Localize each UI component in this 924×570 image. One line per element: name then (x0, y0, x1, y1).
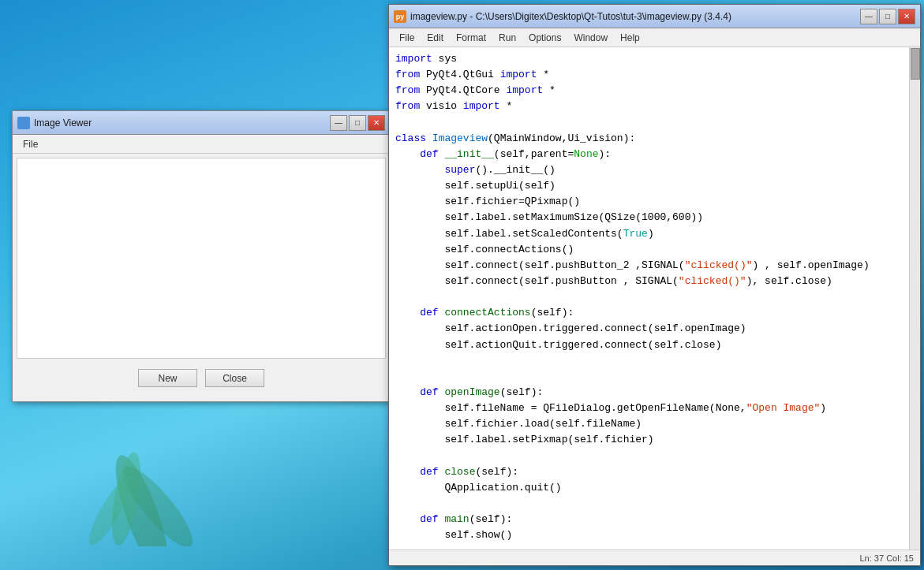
new-button[interactable]: New (138, 369, 197, 387)
menu-file[interactable]: File (17, 137, 44, 151)
minimize-button[interactable]: — (330, 115, 347, 131)
image-viewer-menubar: File (13, 135, 390, 154)
editor-icon: py (394, 10, 406, 23)
editor-menu-window[interactable]: Window (567, 31, 614, 45)
close-window-button[interactable]: ✕ (368, 115, 385, 131)
editor-menu-edit[interactable]: Edit (421, 31, 450, 45)
code-content[interactable]: import sys from PyQt4.QtGui import * fro… (389, 47, 909, 550)
editor-menu-run[interactable]: Run (492, 31, 522, 45)
vertical-scrollbar[interactable] (909, 47, 920, 550)
editor-body: import sys from PyQt4.QtGui import * fro… (389, 47, 920, 550)
editor-titlebar: py imageview.py - C:\Users\Digitex\Deskt… (389, 5, 920, 28)
image-viewer-title: Image Viewer (34, 117, 330, 129)
editor-maximize-button[interactable]: □ (879, 9, 896, 24)
image-viewer-window: Image Viewer — □ ✕ File New Close (12, 110, 391, 402)
editor-statusbar: Ln: 37 Col: 15 (389, 550, 920, 565)
maximize-button[interactable]: □ (349, 115, 366, 131)
scrollbar-thumb[interactable] (911, 48, 920, 80)
window-controls: — □ ✕ (330, 115, 385, 131)
editor-close-button[interactable]: ✕ (898, 9, 915, 24)
code-editor-window: py imageview.py - C:\Users\Digitex\Deskt… (388, 4, 921, 566)
editor-menu-options[interactable]: Options (522, 31, 567, 45)
editor-title: imageview.py - C:\Users\Digitex\Desktop\… (410, 11, 860, 22)
editor-menu-file[interactable]: File (393, 31, 421, 45)
image-viewer-content (17, 158, 386, 359)
status-text: Ln: 37 Col: 15 (860, 553, 915, 563)
image-viewer-titlebar: Image Viewer — □ ✕ (13, 111, 390, 135)
editor-controls: — □ ✕ (860, 9, 915, 24)
editor-menu-help[interactable]: Help (614, 31, 646, 45)
editor-minimize-button[interactable]: — (860, 9, 877, 24)
editor-menu-format[interactable]: Format (450, 31, 492, 45)
bg-decoration (63, 389, 221, 546)
close-button[interactable]: Close (205, 369, 264, 387)
window-icon (17, 117, 30, 129)
editor-menubar: File Edit Format Run Options Window Help (389, 28, 920, 47)
image-viewer-footer: New Close (13, 363, 390, 393)
